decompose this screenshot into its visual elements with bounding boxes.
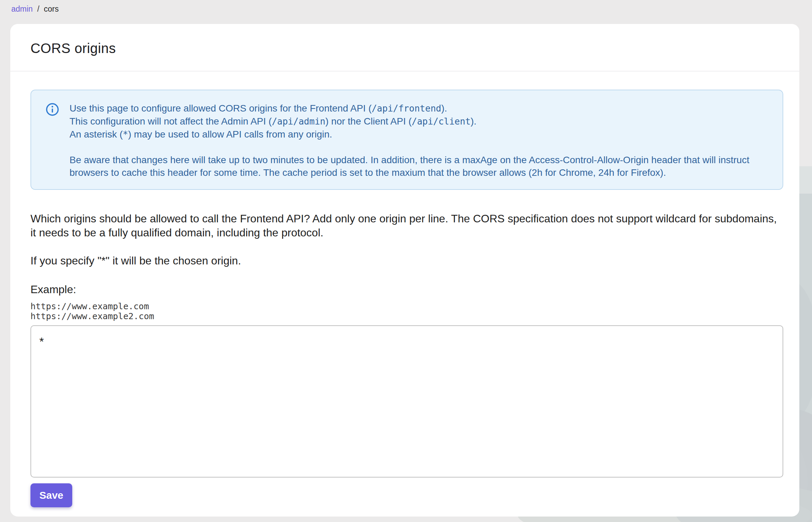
breadcrumb: admin / cors (11, 4, 59, 14)
code-api-frontend: /api/frontend (371, 103, 441, 114)
example-origin-2: https://www.example2.com (30, 311, 783, 321)
info-line1: Use this page to configure allowed CORS … (69, 103, 447, 114)
breadcrumb-current-cors: cors (44, 4, 59, 14)
example-origin-1: https://www.example.com (30, 301, 783, 311)
save-button[interactable]: Save (30, 483, 72, 507)
card-header: CORS origins (10, 24, 799, 71)
info-line2: This configuration will not affect the A… (69, 116, 477, 127)
code-api-admin: /api/admin (272, 116, 326, 127)
info-paragraph-1: Use this page to configure allowed CORS … (69, 102, 767, 141)
cors-origins-textarea[interactable]: * (30, 325, 783, 478)
wildcard-note: If you specify "*" it will be the chosen… (30, 254, 783, 268)
card-body: Use this page to configure allowed CORS … (10, 71, 799, 507)
page-title: CORS origins (30, 41, 116, 56)
info-banner-text: Use this page to configure allowed CORS … (69, 102, 767, 179)
example-origins: https://www.example.com https://www.exam… (30, 301, 783, 321)
info-line3: An asterisk (*) may be used to allow API… (69, 129, 332, 140)
code-api-client: /api/client (412, 116, 471, 127)
breadcrumb-separator: / (37, 4, 39, 14)
origins-description: Which origins should be allowed to call … (30, 212, 783, 240)
info-icon (46, 102, 59, 179)
info-banner: Use this page to configure allowed CORS … (30, 90, 783, 190)
code-asterisk: * (123, 129, 128, 140)
breadcrumb-link-admin[interactable]: admin (11, 4, 33, 14)
cors-admin-page: admin / cors CORS origins Use this page … (0, 0, 812, 522)
example-label: Example: (30, 283, 783, 297)
cors-card: CORS origins Use this page to configure … (10, 24, 799, 517)
info-paragraph-2: Be aware that changes here will take up … (69, 154, 767, 179)
